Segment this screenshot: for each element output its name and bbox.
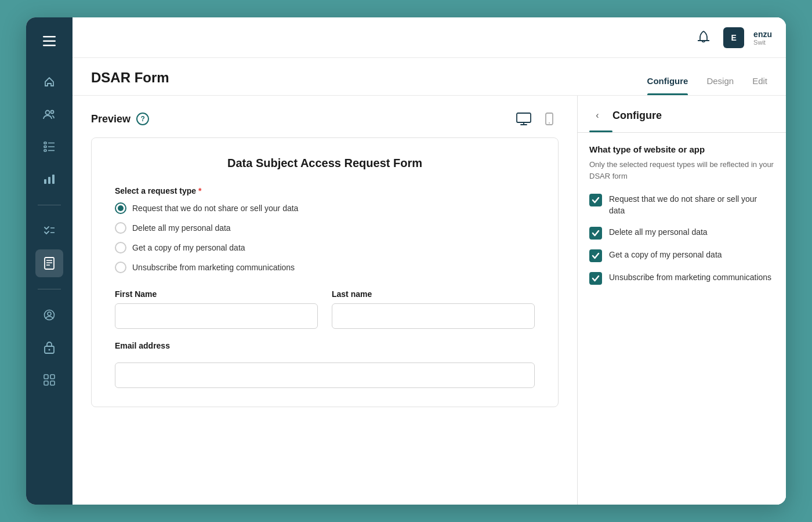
svg-point-30 xyxy=(549,122,550,124)
configure-panel-header: ‹ Configure xyxy=(578,96,786,133)
svg-rect-0 xyxy=(43,36,56,38)
svg-rect-13 xyxy=(52,175,55,184)
radio-item-1[interactable]: Request that we do not share or sell you… xyxy=(115,202,535,214)
desktop-view-icon[interactable] xyxy=(514,110,533,128)
user-name: enzu xyxy=(753,30,772,39)
preview-header: Preview ? xyxy=(91,110,559,128)
sidebar-item-lock[interactable] xyxy=(35,334,63,361)
svg-rect-12 xyxy=(48,177,50,184)
checkbox-list: Request that we do not share or sell you… xyxy=(589,193,774,285)
svg-point-23 xyxy=(49,349,50,351)
checkbox-box-2 xyxy=(589,227,602,240)
configure-section-title: What type of website or app xyxy=(589,144,774,154)
radio-circle-2 xyxy=(115,222,126,234)
radio-circle-4 xyxy=(115,262,126,273)
last-name-input[interactable] xyxy=(332,303,535,329)
checkbox-item-4[interactable]: Unsubscribe from marketing communication… xyxy=(589,271,774,285)
hamburger-menu-icon[interactable] xyxy=(36,29,63,56)
svg-rect-16 xyxy=(45,258,54,269)
radio-group: Request that we do not share or sell you… xyxy=(115,202,535,273)
svg-rect-26 xyxy=(44,381,48,385)
request-type-label: Select a request type* xyxy=(115,186,535,195)
sidebar-item-grid[interactable] xyxy=(35,366,63,394)
form-preview-content: Data Subject Access Request Form Select … xyxy=(92,138,558,407)
first-name-col: First Name xyxy=(115,289,318,329)
email-field-group: Email address xyxy=(115,340,535,351)
radio-label-3: Get a copy of my personal data xyxy=(132,243,245,252)
checkbox-label-4: Unsubscribe from marketing communication… xyxy=(609,271,771,283)
checkbox-box-4 xyxy=(589,272,602,285)
configure-panel-underline xyxy=(589,130,612,132)
checkbox-item-3[interactable]: Get a copy of my personal data xyxy=(589,249,774,262)
configure-panel-title: Configure xyxy=(612,110,662,122)
configure-panel: ‹ Configure What type of website or app … xyxy=(577,96,786,505)
sidebar-item-checklist[interactable] xyxy=(35,217,63,245)
configure-panel-body: What type of website or app Only the sel… xyxy=(578,133,786,505)
first-name-input[interactable] xyxy=(115,303,318,329)
sidebar-divider-2 xyxy=(38,289,61,289)
svg-rect-11 xyxy=(44,179,46,184)
radio-item-3[interactable]: Get a copy of my personal data xyxy=(115,242,535,253)
sidebar xyxy=(26,17,72,505)
svg-rect-7 xyxy=(44,146,46,148)
last-name-col: Last name xyxy=(332,289,535,329)
svg-point-3 xyxy=(46,111,50,115)
page-title-bar: DSAR Form Configure Design Edit xyxy=(72,58,786,96)
sidebar-item-users[interactable] xyxy=(35,100,63,128)
mobile-view-icon[interactable] xyxy=(540,110,559,128)
checkbox-label-2: Delete all my personal data xyxy=(609,226,708,238)
radio-circle-3 xyxy=(115,242,126,253)
radio-circle-1 xyxy=(115,202,126,214)
preview-title: Preview xyxy=(91,113,130,125)
sidebar-item-profile[interactable] xyxy=(35,301,63,329)
sidebar-item-home[interactable] xyxy=(35,68,63,96)
svg-point-4 xyxy=(51,111,54,114)
name-row: First Name Last name xyxy=(115,289,535,329)
checkbox-box-1 xyxy=(589,194,602,206)
checkbox-label-1: Request that we do not share or sell you… xyxy=(609,193,774,217)
tab-edit[interactable]: Edit xyxy=(752,76,767,95)
back-button[interactable]: ‹ xyxy=(589,107,606,124)
configure-section-desc: Only the selected request types will be … xyxy=(589,159,774,182)
svg-rect-25 xyxy=(50,375,55,379)
user-info: enzu Swit xyxy=(753,30,772,46)
checkbox-item-2[interactable]: Delete all my personal data xyxy=(589,226,774,240)
main-content: E enzu Swit DSAR Form Configure Design E… xyxy=(72,17,786,505)
svg-rect-5 xyxy=(44,142,46,144)
preview-help-icon[interactable]: ? xyxy=(136,113,149,125)
notification-bell-icon[interactable] xyxy=(693,27,714,48)
radio-label-2: Delete all my personal data xyxy=(132,223,231,233)
page-content: DSAR Form Configure Design Edit Preview … xyxy=(72,58,786,505)
page-tabs: Configure Design Edit xyxy=(647,76,767,95)
tab-design[interactable]: Design xyxy=(706,76,734,95)
app-header: E enzu Swit xyxy=(72,17,786,58)
page-title: DSAR Form xyxy=(91,70,169,95)
checkbox-item-1[interactable]: Request that we do not share or sell you… xyxy=(589,193,774,217)
user-avatar[interactable]: E xyxy=(723,27,744,48)
email-input[interactable] xyxy=(115,362,535,388)
preview-title-row: Preview ? xyxy=(91,113,149,125)
radio-label-1: Request that we do not share or sell you… xyxy=(132,204,298,213)
sidebar-item-analytics[interactable] xyxy=(35,165,63,193)
svg-rect-1 xyxy=(43,41,56,42)
form-title: Data Subject Access Request Form xyxy=(115,157,535,170)
checkbox-label-3: Get a copy of my personal data xyxy=(609,249,722,260)
preview-panel: Preview ? xyxy=(72,96,577,505)
content-area: Preview ? xyxy=(72,96,786,505)
radio-item-2[interactable]: Delete all my personal data xyxy=(115,222,535,234)
configure-panel-nav: ‹ Configure xyxy=(589,107,774,124)
radio-item-4[interactable]: Unsubscribe from marketing communication… xyxy=(115,262,535,273)
sidebar-item-tasks[interactable] xyxy=(35,133,63,161)
preview-card: Data Subject Access Request Form Select … xyxy=(91,137,559,407)
checkbox-box-3 xyxy=(589,249,602,262)
svg-rect-2 xyxy=(43,45,56,46)
svg-rect-28 xyxy=(517,113,531,122)
email-label: Email address xyxy=(115,341,170,350)
svg-rect-27 xyxy=(50,381,55,385)
svg-rect-24 xyxy=(44,375,48,379)
sidebar-nav xyxy=(26,68,72,394)
tab-configure[interactable]: Configure xyxy=(647,76,688,95)
sidebar-item-document[interactable] xyxy=(35,249,63,277)
sidebar-divider xyxy=(38,205,61,205)
preview-device-icons xyxy=(514,110,559,128)
